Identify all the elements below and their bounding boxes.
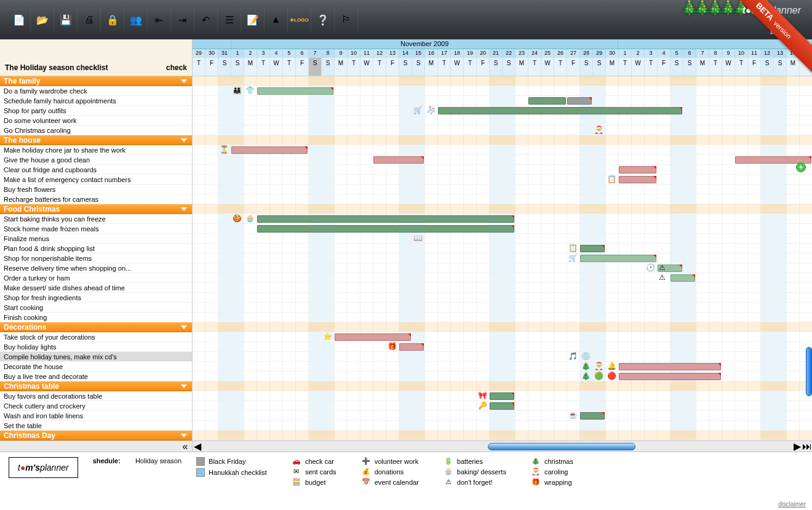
gantt-bar[interactable] — [619, 166, 656, 173]
gantt-bar[interactable] — [619, 373, 721, 380]
weekday-cell[interactable]: M — [335, 58, 348, 76]
day-number-cell[interactable]: 29 — [593, 49, 606, 58]
group-header[interactable]: The family — [0, 76, 192, 86]
gantt-bar[interactable] — [528, 97, 566, 105]
weekday-cell[interactable]: T — [645, 58, 658, 76]
weekday-cell[interactable]: S — [412, 58, 425, 76]
weekday-cell[interactable]: T — [373, 58, 386, 76]
day-number-cell[interactable]: 9 — [335, 49, 348, 58]
gantt-bar[interactable] — [257, 215, 514, 223]
group-header[interactable]: Decorations — [0, 322, 192, 332]
task-row[interactable]: Start baking thinks you can freeze — [0, 214, 192, 224]
weekday-cell[interactable]: T — [619, 58, 632, 76]
task-grid-row[interactable] — [193, 185, 812, 194]
task-grid-row[interactable] — [193, 155, 812, 165]
task-row[interactable]: Recharge batteries for cameras — [0, 194, 192, 204]
task-row[interactable]: Stock home made frozen meals — [0, 224, 192, 234]
horizontal-scrollbar[interactable]: ◀ ▶ ⏭ — [193, 440, 812, 452]
task-row[interactable]: Shop for fresh ingredients — [0, 293, 192, 303]
task-row[interactable]: Clear out fridge and cupboards — [0, 165, 192, 175]
lock-icon[interactable]: 🔒 — [101, 8, 124, 31]
group-header[interactable]: The house — [0, 135, 192, 145]
task-grid-row[interactable] — [193, 313, 812, 322]
task-grid-row[interactable]: 🛒 — [193, 253, 812, 263]
print-icon[interactable]: 🖨 — [78, 8, 101, 31]
gantt-bar[interactable] — [619, 363, 721, 370]
task-row[interactable]: Make holiday chore jar to share the work — [0, 145, 192, 155]
weekday-cell[interactable]: T — [735, 58, 748, 76]
task-row[interactable]: Check cutlery and crockery — [0, 401, 192, 411]
task-row[interactable]: Make a list of emergency contact numbers — [0, 175, 192, 185]
weekday-cell[interactable]: W — [360, 58, 373, 76]
gantt-bar[interactable] — [490, 402, 514, 410]
task-row[interactable]: Go Christmas caroling — [0, 126, 192, 135]
weekday-cell[interactable]: T — [348, 58, 360, 76]
task-row[interactable]: Buy favors and decorations table — [0, 391, 192, 401]
day-number-cell[interactable]: 30 — [606, 49, 619, 58]
undo-icon[interactable]: ↶ — [194, 8, 218, 31]
gantt-bar[interactable] — [490, 392, 514, 400]
chevron-down-icon[interactable] — [180, 78, 188, 85]
task-row[interactable]: Buy holiday lights — [0, 342, 192, 352]
day-number-cell[interactable]: 15 — [412, 49, 425, 58]
weekday-cell[interactable]: F — [477, 58, 490, 76]
day-number-cell[interactable]: 3 — [645, 49, 658, 58]
weekday-cell[interactable]: S — [399, 58, 412, 76]
gantt-bar[interactable] — [373, 156, 424, 164]
task-row[interactable]: Take stock of your decorations — [0, 332, 192, 342]
group-grid-row[interactable] — [193, 204, 812, 214]
gantt-bar[interactable] — [580, 245, 605, 252]
group-grid-row[interactable] — [193, 381, 812, 391]
weekday-cell[interactable]: M — [606, 58, 619, 76]
day-number-cell[interactable]: 28 — [580, 49, 593, 58]
task-grid-row[interactable]: 📋 — [193, 175, 812, 185]
day-number-cell[interactable]: 29 — [193, 49, 205, 58]
weekday-cell[interactable]: T — [528, 58, 541, 76]
flag-icon[interactable]: 🏳 — [335, 8, 358, 31]
day-number-cell[interactable]: 11 — [360, 49, 373, 58]
task-grid-row[interactable]: 🎄🎅🔔 — [193, 362, 812, 372]
day-number-cell[interactable]: 24 — [528, 49, 541, 58]
weekday-cell[interactable]: S — [218, 58, 231, 76]
scroll-end-button[interactable]: ⏭ — [802, 442, 812, 452]
disclaimer-link[interactable]: disclaimer — [778, 501, 806, 508]
chevron-down-icon[interactable] — [180, 383, 188, 390]
day-number-cell[interactable]: 3 — [257, 49, 270, 58]
weekday-cell[interactable]: S — [231, 58, 244, 76]
day-number-cell[interactable]: 16 — [425, 49, 438, 58]
collapse-left-button[interactable]: « — [181, 442, 189, 451]
task-grid-row[interactable]: 🎀 — [193, 391, 812, 401]
day-number-cell[interactable]: 18 — [451, 49, 464, 58]
day-number-cell[interactable]: 26 — [554, 49, 567, 58]
task-grid-row[interactable] — [193, 116, 812, 126]
task-row[interactable]: Shop for party outfits — [0, 106, 192, 116]
task-row[interactable]: Make dessert/ side dishes ahead of time — [0, 283, 192, 293]
task-grid-row[interactable]: ⏳ — [193, 145, 812, 155]
day-number-cell[interactable]: 8 — [709, 49, 722, 58]
group-header[interactable]: Christmas table — [0, 381, 192, 391]
weekday-cell[interactable]: F — [205, 58, 218, 76]
weekday-cell[interactable]: M — [244, 58, 257, 76]
day-number-cell[interactable]: 27 — [567, 49, 580, 58]
scroll-left-button[interactable]: ◀ — [193, 442, 202, 452]
day-number-cell[interactable]: 22 — [503, 49, 515, 58]
day-number-cell[interactable]: 6 — [296, 49, 309, 58]
weekday-cell[interactable]: W — [632, 58, 645, 76]
day-number-cell[interactable]: 4 — [270, 49, 283, 58]
gantt-bar[interactable] — [619, 176, 656, 183]
weekday-cell[interactable]: T — [257, 58, 270, 76]
weekday-cell[interactable]: F — [296, 58, 309, 76]
group-header[interactable]: Food Christmas — [0, 204, 192, 214]
import-icon[interactable]: ⇤ — [148, 8, 171, 31]
day-number-cell[interactable]: 19 — [464, 49, 477, 58]
group-header[interactable]: Christmas Day — [0, 431, 192, 440]
share-icon[interactable]: 👥 — [124, 8, 148, 31]
task-grid-row[interactable]: 👨‍👩‍👧👕 — [193, 86, 812, 96]
task-grid-row[interactable]: ⭐ — [193, 332, 812, 342]
weekday-cell[interactable]: S — [503, 58, 515, 76]
weekday-cell[interactable]: T — [554, 58, 567, 76]
chevron-down-icon[interactable] — [180, 205, 188, 213]
task-row[interactable]: Order a turkey or ham — [0, 273, 192, 283]
day-number-cell[interactable]: 7 — [309, 49, 322, 58]
day-number-cell[interactable]: 8 — [322, 49, 335, 58]
